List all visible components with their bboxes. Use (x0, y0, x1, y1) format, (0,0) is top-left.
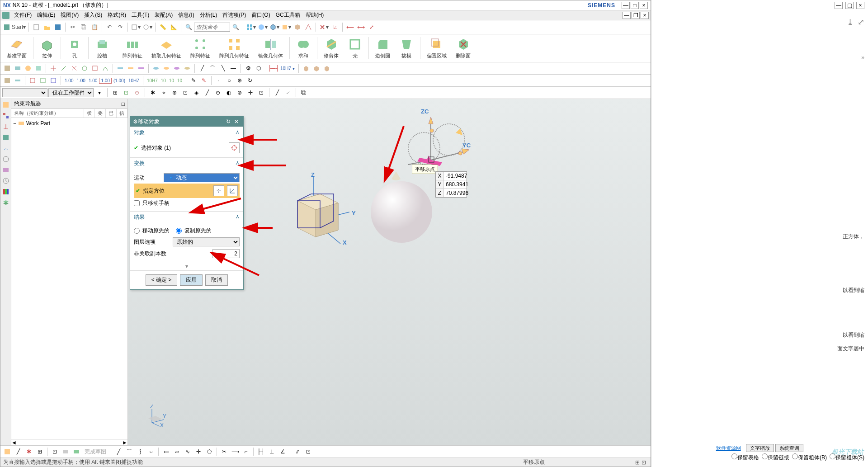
finish-sketch-label[interactable]: 完成草图 (82, 447, 108, 457)
sm-icon[interactable] (2, 75, 12, 85)
status-icon[interactable]: ⊡ (642, 459, 646, 466)
dim-icon[interactable]: ├─┤ (269, 63, 278, 73)
move-icon[interactable]: ▾ (318, 22, 329, 32)
spline-icon[interactable]: ∿ (183, 447, 193, 457)
arc2-icon[interactable]: ⟆ (135, 447, 145, 457)
navigator-pin-icon[interactable]: □ (122, 101, 125, 107)
snap-icon[interactable]: ⊡ (121, 88, 131, 98)
tool-icon[interactable]: ▾ (142, 22, 153, 32)
z-value[interactable]: 70.87996 (444, 189, 467, 197)
dim1-icon[interactable]: ⟵ (345, 22, 355, 32)
menu-gc[interactable]: GC工具箱 (273, 10, 303, 20)
dim-icon[interactable]: ├┤ (256, 447, 266, 457)
radio-move[interactable] (134, 228, 140, 234)
dim-val[interactable]: 10H7 (127, 78, 141, 83)
sm-icon[interactable] (100, 63, 110, 73)
dim2-icon[interactable]: ⟷ (356, 22, 366, 32)
circle-icon[interactable]: ○ (224, 75, 234, 85)
tab-color[interactable] (2, 188, 10, 196)
wcs-icon[interactable] (303, 22, 313, 32)
rect-icon[interactable]: ▭ (161, 447, 171, 457)
dim-val[interactable]: 1.00 (75, 78, 86, 83)
extend-icon[interactable]: ⟶ (230, 447, 240, 457)
snap-icon[interactable]: ✱ (148, 88, 158, 98)
sm-icon[interactable] (13, 75, 23, 85)
tab-wifi[interactable] (2, 144, 10, 152)
navcol-done[interactable]: 已 (106, 109, 117, 118)
cube3-icon[interactable] (311, 63, 321, 73)
layer-select[interactable]: 原始的 (173, 237, 240, 246)
search-icon[interactable]: 🔍 (184, 22, 193, 32)
x-value[interactable]: -91.9487 (444, 172, 467, 180)
dlg-section-result[interactable]: 结果⋏ (130, 211, 243, 223)
command-search[interactable] (194, 23, 230, 32)
menu-assembly[interactable]: 装配(A) (152, 10, 175, 20)
sm-icon[interactable] (38, 75, 48, 85)
snap-icon[interactable]: ✢ (245, 88, 255, 98)
navcol-name[interactable]: 名称（按约束分组） (11, 109, 84, 118)
dim-val[interactable]: 1.00 (63, 78, 75, 83)
menu-view[interactable]: 视图(V) (58, 10, 81, 20)
dim-val[interactable]: 10 (176, 78, 184, 83)
trim-icon[interactable]: ✂ (219, 447, 229, 457)
snap-icon[interactable]: ⟋ (283, 88, 293, 98)
sm-icon[interactable] (28, 75, 38, 85)
dim-val[interactable]: 10H7 (146, 78, 159, 83)
rib-pocket[interactable]: 腔槽 (90, 36, 114, 60)
menu-tools[interactable]: 工具(T) (129, 10, 152, 20)
dialog-title[interactable]: ⚙ 移动对象 ↻ ✕ (130, 117, 243, 127)
expand-icon[interactable]: ⤢ (858, 18, 864, 27)
minimize-button[interactable]: — (622, 2, 630, 9)
dim-text[interactable]: 10H7 ▾ (279, 66, 296, 71)
hex-icon[interactable]: ⬡ (254, 63, 264, 73)
apply-button[interactable]: 应用 (180, 274, 203, 286)
rp-check1[interactable]: 保留表格 (731, 453, 759, 462)
rib-draft[interactable]: 拔模 (395, 36, 418, 60)
snap-icon[interactable]: ⌖ (159, 88, 169, 98)
snap-icon[interactable]: ⊞ (110, 88, 120, 98)
csys-define-icon[interactable] (227, 185, 238, 196)
navcol-status[interactable]: 状 (84, 109, 95, 118)
line3-icon[interactable]: — (228, 63, 238, 73)
constraint-icon[interactable]: ⊡ (303, 447, 313, 457)
cube3-icon[interactable] (301, 63, 311, 73)
dim-val[interactable]: 1.00 (99, 78, 111, 84)
dlg-section-object[interactable]: 对象⋏ (130, 127, 243, 138)
rp-check4[interactable]: 保留粗体(S) (830, 453, 864, 462)
cut-icon[interactable]: ✂ (68, 22, 78, 32)
line-icon[interactable]: ╱ (113, 447, 123, 457)
gear-icon[interactable]: ⚙ (243, 63, 253, 73)
snap-icon[interactable]: ╱ (202, 88, 212, 98)
undo-icon[interactable]: ↶ (104, 22, 114, 32)
tab-reuse[interactable] (2, 133, 10, 142)
dlg-section-transform[interactable]: 变换⋏ (130, 157, 243, 169)
isometric-icon[interactable] (292, 22, 302, 32)
rib-unite[interactable]: 求和 (292, 36, 315, 60)
redo-icon[interactable]: ↷ (115, 22, 125, 32)
sm-icon[interactable] (115, 63, 125, 73)
dim3-icon[interactable]: ⤢ (367, 22, 377, 32)
copy-icon[interactable]: ⿻ (79, 22, 89, 32)
navcol-info[interactable]: 信 (117, 109, 127, 118)
rib-extrude[interactable]: 拉伸 (35, 36, 59, 60)
rp-btn1[interactable]: 文字缩放 (746, 444, 774, 452)
menu-info[interactable]: 信息(I) (175, 10, 197, 20)
poly-icon[interactable]: ⬠ (204, 447, 214, 457)
paste-icon[interactable]: 📋 (90, 22, 99, 32)
view-icon[interactable]: ▾ (245, 22, 256, 32)
filter-select-2[interactable]: 仅在工作部件内 (48, 88, 94, 97)
snap-icon[interactable]: ⊡ (256, 88, 266, 98)
sm-icon[interactable] (90, 63, 100, 73)
download-icon[interactable]: ⤓ (847, 18, 854, 27)
rect-icon[interactable]: ▱ (172, 447, 182, 457)
cube3-icon[interactable] (322, 63, 332, 73)
target-icon[interactable]: ⊕ (235, 75, 245, 85)
cube-icon[interactable]: ▾ (269, 22, 280, 32)
sketch-icon[interactable] (61, 447, 71, 457)
pencil-icon[interactable]: ✎ (199, 75, 209, 85)
sm-icon[interactable] (33, 63, 43, 73)
menu-help[interactable]: 帮助(H) (303, 10, 327, 20)
snap-icon[interactable]: ⊙ (132, 88, 142, 98)
rp-check3[interactable]: 保留粗体(B) (792, 453, 827, 462)
snap-icon[interactable]: ⊕ (170, 88, 179, 98)
